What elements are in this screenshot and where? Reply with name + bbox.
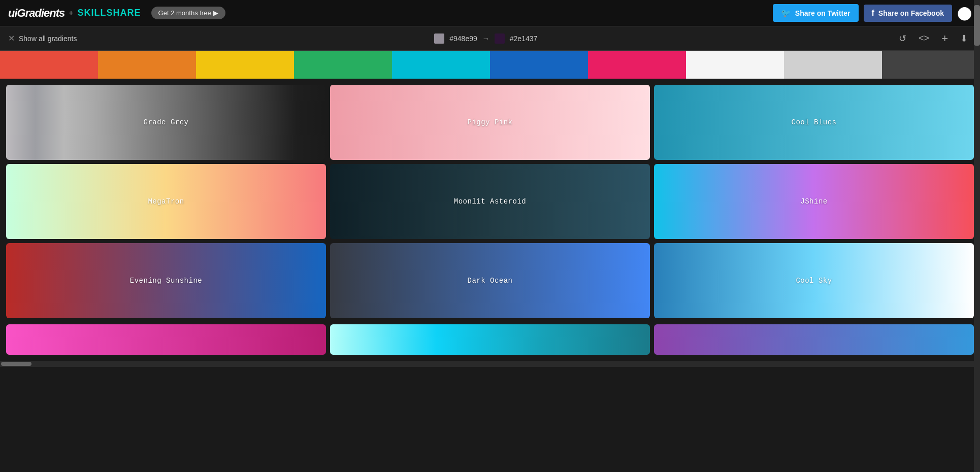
logo-area: uiGradients + SKILLSHARE Get 2 months fr… — [8, 7, 225, 20]
toolbar: ✕ Show all gradients #948e99 → #2e1437 ↺… — [0, 26, 980, 51]
filter-green[interactable] — [294, 51, 392, 79]
color-from-value: #948e99 — [449, 35, 477, 43]
filter-yellow[interactable] — [196, 51, 294, 79]
filter-cyan[interactable] — [392, 51, 490, 79]
twitter-label: Share on Twitter — [795, 9, 851, 17]
facebook-share-button[interactable]: f Share on Facebook — [864, 5, 952, 22]
promo-arrow-icon: ▶ — [213, 9, 218, 17]
gradient-card-moonlit-asteroid[interactable]: Moonlit Asteroid — [330, 164, 650, 239]
gradient-card-cool-sky[interactable]: Cool Sky — [654, 243, 974, 318]
twitter-icon: 🐦 — [781, 8, 791, 18]
header: uiGradients + SKILLSHARE Get 2 months fr… — [0, 0, 980, 26]
gradient-label: JShine — [800, 197, 827, 206]
gradient-label: Dark Ocean — [467, 277, 512, 285]
filter-dark-gray[interactable] — [882, 51, 980, 79]
add-button[interactable]: + — [937, 30, 952, 47]
skillshare-brand: SKILLSHARE — [78, 8, 141, 18]
gradient-info: #948e99 → #2e1437 — [434, 33, 537, 44]
promo-label: Get 2 months free — [158, 9, 211, 17]
close-icon: ✕ — [8, 33, 15, 43]
filter-orange[interactable] — [98, 51, 196, 79]
code-button[interactable]: <> — [914, 31, 933, 46]
gradient-label: Evening Sunshine — [130, 277, 202, 285]
gradient-card-partial-1[interactable] — [330, 324, 650, 355]
header-right: 🐦 Share on Twitter f Share on Facebook ⬤ — [773, 4, 972, 22]
toolbar-actions: ↺ <> + ⬇ — [895, 30, 972, 47]
twitter-share-button[interactable]: 🐦 Share on Twitter — [773, 4, 859, 22]
refresh-button[interactable]: ↺ — [895, 31, 910, 46]
gradient-grid-bottom — [0, 324, 980, 361]
color-to-value: #2e1437 — [510, 35, 538, 43]
promo-button[interactable]: Get 2 months free ▶ — [151, 7, 225, 19]
scrollbar-thumb[interactable] — [974, 5, 980, 46]
gradient-card-dark-ocean[interactable]: Dark Ocean — [330, 243, 650, 318]
logo: uiGradients — [8, 7, 64, 20]
color-to-swatch — [495, 33, 505, 44]
gradient-grid: Grade GreyPiggy PinkCool BluesMegaTronMo… — [0, 79, 980, 324]
download-button[interactable]: ⬇ — [956, 31, 972, 46]
color-from-swatch — [434, 33, 444, 44]
right-scrollbar[interactable] — [974, 0, 980, 367]
filter-magenta[interactable] — [588, 51, 686, 79]
gradient-card-cool-blues[interactable]: Cool Blues — [654, 85, 974, 160]
gradient-card-jshine[interactable]: JShine — [654, 164, 974, 239]
gradient-label: MegaTron — [148, 197, 184, 206]
filter-blue[interactable] — [490, 51, 588, 79]
gradient-card-piggy-pink[interactable]: Piggy Pink — [330, 85, 650, 160]
gradient-card-megatron[interactable]: MegaTron — [6, 164, 326, 239]
gradient-label: Cool Sky — [796, 277, 832, 285]
gradient-label: Grade Grey — [143, 118, 188, 126]
show-all-label: Show all gradients — [19, 35, 77, 43]
plus-separator: + — [69, 9, 73, 18]
color-filter-bar — [0, 51, 980, 79]
gradient-card-evening-sunshine[interactable]: Evening Sunshine — [6, 243, 326, 318]
gradient-label: Moonlit Asteroid — [454, 197, 526, 206]
filter-red[interactable] — [0, 51, 98, 79]
facebook-label: Share on Facebook — [878, 9, 944, 17]
gradient-label: Piggy Pink — [467, 118, 512, 126]
gradient-label: Cool Blues — [791, 118, 836, 126]
github-button[interactable]: ⬤ — [957, 5, 972, 21]
filter-white[interactable] — [686, 51, 784, 79]
gradient-card-partial-0[interactable] — [6, 324, 326, 355]
filter-light-gray[interactable] — [784, 51, 882, 79]
bottom-scrollbar[interactable] — [0, 361, 980, 367]
show-all-gradients-button[interactable]: ✕ Show all gradients — [8, 33, 77, 43]
gradient-card-partial-2[interactable] — [654, 324, 974, 355]
gradient-card-grade-grey[interactable]: Grade Grey — [6, 85, 326, 160]
bottom-scrollbar-thumb[interactable] — [1, 362, 31, 366]
github-icon: ⬤ — [957, 5, 972, 20]
facebook-icon: f — [872, 9, 874, 18]
arrow-icon: → — [482, 35, 489, 43]
